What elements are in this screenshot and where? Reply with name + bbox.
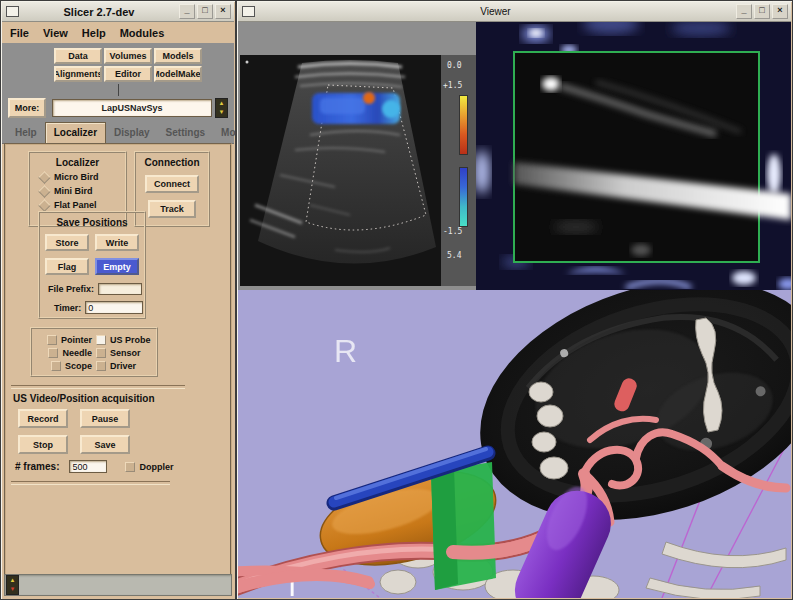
ultrasound-graphic [240,55,441,286]
minimize-button[interactable]: _ [736,4,752,19]
slicer-window-title: Slicer 2.7-dev [19,6,179,18]
module-button-volumes[interactable]: Volumes [104,48,152,64]
radio-label-mini-bird[interactable]: Mini Bird [54,186,93,196]
scale-label-negative: -1.5 [443,227,462,236]
ct-slice-graphic [476,22,791,290]
frames-label: # frames: [15,461,59,472]
checkbox-needle[interactable] [48,348,58,358]
menu-modules[interactable]: Modules [120,27,165,39]
module-select-spinner[interactable]: ▲ ▼ [215,98,228,118]
spinner-up-icon[interactable]: ▲ [7,576,18,585]
menu-view[interactable]: View [43,27,68,39]
radio-label-flat-panel[interactable]: Flat Panel [54,200,97,210]
radio-label-micro-bird[interactable]: Micro Bird [54,172,99,182]
viewer-titlebar[interactable]: Viewer _ □ × [238,2,791,22]
module-button-data[interactable]: Data [54,48,102,64]
checkbox-pointer[interactable] [47,335,57,345]
frames-input[interactable] [69,460,107,473]
ct-slice-viewport[interactable] [476,22,791,290]
module-button-editor[interactable]: Editor [104,66,152,82]
spinner-down-icon[interactable]: ▼ [216,108,227,117]
scale-label-zero: 0.0 [447,61,461,70]
menu-file[interactable]: File [10,27,29,39]
pause-button[interactable]: Pause [80,409,130,428]
checkbox-label-needle[interactable]: Needle [62,348,92,358]
menubar: File View Help Modules [2,22,234,43]
doppler-cyan-jet [382,100,400,118]
radio-mini-bird[interactable] [38,185,51,198]
flag-button[interactable]: Flag [45,258,89,275]
spinner-down-icon[interactable]: ▼ [7,585,18,594]
separator-line [11,385,185,389]
slicer-window: Slicer 2.7-dev _ □ × File View Help Modu… [0,0,236,600]
menu-help[interactable]: Help [82,27,106,39]
viewer-window: Viewer _ □ × [236,0,793,600]
checkbox-doppler[interactable] [125,462,135,472]
tab-display[interactable]: Display [106,123,158,143]
status-spinner[interactable]: ▲ ▼ [6,575,19,595]
ct-volume-slab [449,290,791,562]
save-positions-title: Save Positions [40,217,144,228]
maximize-button[interactable]: □ [754,4,770,19]
ct-bright-vessel-dot [542,77,560,91]
doppler-orange-jet [363,92,375,104]
close-button[interactable]: × [772,4,788,19]
status-entry-bar[interactable]: ▲ ▼ [4,574,232,596]
checkbox-label-doppler[interactable]: Doppler [139,462,173,472]
timer-input[interactable] [85,301,143,314]
checkbox-sensor[interactable] [96,348,106,358]
timer-label: Timer: [54,303,81,313]
module-tabs: Help Localizer Display Settings More... [2,118,234,143]
more-button[interactable]: More: [8,98,46,118]
file-prefix-input[interactable] [98,283,142,295]
scale-label-depth: 5.4 [447,251,461,260]
scale-label-positive: +1.5 [443,81,462,90]
doppler-color-scale: 0.0 +1.5 -1.5 5.4 [441,55,476,286]
minimize-button[interactable]: _ [179,4,195,19]
checkbox-label-driver[interactable]: Driver [110,361,136,371]
file-prefix-label: File Prefix: [48,284,94,294]
checkbox-label-pointer[interactable]: Pointer [61,335,92,345]
window-icon [242,6,255,17]
radio-micro-bird[interactable] [38,171,51,184]
doppler-flow-overlay [312,92,400,124]
tab-settings[interactable]: Settings [158,123,213,143]
track-button[interactable]: Track [148,200,196,218]
vessel-overlay [238,575,368,590]
viewer-window-title: Viewer [255,6,736,17]
module-button-modelmaker[interactable]: ModelMaker [154,66,202,82]
tab-help[interactable]: Help [7,123,45,143]
checkbox-label-us-probe[interactable]: US Probe [110,335,151,345]
maximize-button[interactable]: □ [197,4,213,19]
tab-localizer[interactable]: Localizer [45,122,106,143]
threed-viewport[interactable]: R I [238,290,791,598]
save-positions-group: Save Positions Store Write Flag Empty Fi… [38,211,146,319]
module-select-dropdown[interactable]: LapUSNavSys [52,99,212,117]
module-button-alignments[interactable]: Alignments [54,66,102,82]
checkbox-us-probe[interactable] [96,335,106,345]
stop-button[interactable]: Stop [18,435,68,454]
module-connector-line [118,84,119,96]
save-button[interactable]: Save [80,435,130,454]
checkbox-driver[interactable] [96,361,106,371]
store-button[interactable]: Store [45,234,89,251]
resection-plane-green [431,462,496,590]
radio-flat-panel[interactable] [38,199,51,212]
checkbox-label-scope[interactable]: Scope [65,361,92,371]
probe-marker-icon [246,61,249,64]
close-button[interactable]: × [215,4,231,19]
slicer-titlebar[interactable]: Slicer 2.7-dev _ □ × [2,2,234,22]
separator-line-2 [11,481,170,485]
empty-button[interactable]: Empty [95,258,139,275]
ultrasound-viewport[interactable]: 0.0 +1.5 -1.5 5.4 [238,22,476,290]
checkbox-scope[interactable] [51,361,61,371]
spinner-up-icon[interactable]: ▲ [216,99,227,108]
acquisition-section-title: US Video/Position acquisition [13,393,155,404]
connect-button[interactable]: Connect [145,175,199,193]
module-button-models[interactable]: Models [154,48,202,64]
color-scale-negative-bar [459,167,468,227]
checkbox-label-sensor[interactable]: Sensor [110,348,141,358]
write-button[interactable]: Write [95,234,139,251]
threed-scene: R I [238,290,791,598]
record-button[interactable]: Record [18,409,68,428]
